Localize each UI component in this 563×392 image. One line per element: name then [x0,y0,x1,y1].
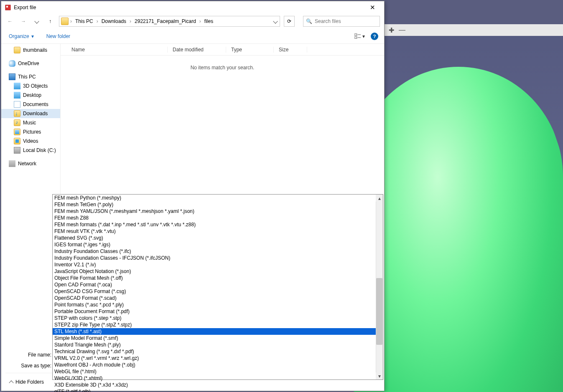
filetype-option[interactable]: Simple Model Format (*.smf) [53,335,383,341]
scroll-down[interactable]: ▾ [376,372,383,379]
filetype-option[interactable]: Object File Format Mesh (*.off) [53,275,383,281]
tree-item-label: OneDrive [18,61,39,66]
filetype-option[interactable]: IGES format (*.iges *.igs) [53,241,383,248]
tree-item-thumbnails[interactable]: thumbnails [1,46,60,55]
nav-tree[interactable]: thumbnailsOneDriveThis PC3D ObjectsDeskt… [1,44,61,347]
back-button[interactable]: ← [5,17,15,26]
filetype-option[interactable]: Wavefront OBJ - Arch module (*.obj) [53,362,383,368]
chevron-up-icon [9,380,13,385]
forward-button[interactable]: → [19,17,28,26]
savetype-label: Save as type: [5,363,54,369]
folder-icon [14,138,20,144]
tree-item-this-pc[interactable]: This PC [1,72,60,81]
filetype-option[interactable]: STL Mesh (*.stl *.ast) [53,328,383,335]
svg-rect-2 [354,34,357,35]
svg-rect-3 [354,37,357,38]
tree-item-videos[interactable]: Videos [1,137,60,146]
filetype-option[interactable]: X3D Extensible 3D (*.x3d *.x3dz) [53,382,383,388]
disk-icon [14,147,20,154]
tree-item-music[interactable]: Music [1,118,60,127]
filetype-option[interactable]: OpenSCAD CSG Format (*.csg) [53,288,383,295]
view-icon [354,33,361,39]
filetype-option[interactable]: WebGL/X3D (*.xhtml) [53,375,383,382]
tree-item-desktop[interactable]: Desktop [1,91,60,100]
chevron-down-icon: ▾ [31,33,34,39]
col-type[interactable]: Type [226,47,274,53]
search-input[interactable]: 🔍 Search files [303,16,380,27]
tree-item-downloads[interactable]: Downloads [1,109,60,118]
tree-item-label: Local Disk (C:) [23,147,56,153]
obj3d-icon [14,83,20,89]
filetype-option[interactable]: FEM mesh Python (*.meshpy) [53,195,383,201]
filetype-option[interactable]: FEM result VTK (*.vtk *.vtu) [53,228,383,235]
organize-menu[interactable]: Organize ▾ [9,33,34,39]
filetype-option[interactable]: glTF (*.gltf *.glb) [53,388,383,392]
dialog-title: Export file [14,5,364,10]
filetype-option[interactable]: STEP with colors (*.step *.stp) [53,315,383,321]
crumb[interactable]: files [203,18,215,24]
folder-icon [14,110,20,117]
scrollbar[interactable]: ▴ ▾ [376,195,383,379]
crumb[interactable]: This PC [74,18,95,24]
scroll-up[interactable]: ▴ [376,195,383,202]
tree-item-3d-objects[interactable]: 3D Objects [1,81,60,91]
filetype-option[interactable]: Industry Foundation Classes - IFCJSON (*… [53,255,383,261]
scroll-thumb[interactable] [376,278,382,345]
recent-dropdown[interactable] [32,17,41,26]
filetype-option[interactable]: STEPZ zip File Type (*.stpZ *.stpz) [53,321,383,328]
filetype-option[interactable]: Inventor V2.1 (*.iv) [53,261,383,268]
docs-icon [14,101,20,108]
tree-item-documents[interactable]: Documents [1,100,60,109]
filetype-option[interactable]: Stanford Triangle Mesh (*.ply) [53,341,383,348]
close-button[interactable]: ✕ [364,1,381,14]
tree-item-label: Documents [23,101,48,107]
filetype-option[interactable]: WebGL file (*.html) [53,368,383,375]
empty-message: No items match your search. [61,56,384,71]
search-icon: 🔍 [306,18,312,24]
filetype-option[interactable]: FEM mesh Z88 [53,215,383,221]
new-folder-button[interactable]: New folder [46,33,70,39]
col-date[interactable]: Date modified [168,47,226,53]
tree-item-label: Desktop [23,92,41,98]
filetype-option[interactable]: Technical Drawing (*.svg *.dxf *.pdf) [53,348,383,355]
filetype-option[interactable]: FEM mesh TetGen (*.poly) [53,201,383,208]
app-icon [5,4,11,11]
plus-icon[interactable]: ✚ [387,26,395,34]
filetype-option[interactable]: Industry Foundation Classes (*.ifc) [53,248,383,255]
filetype-option[interactable]: Point formats (*.asc *.pcd *.ply) [53,301,383,308]
crumb[interactable]: Downloads [100,18,128,24]
column-headers[interactable]: Name Date modified Type Size [61,44,384,56]
tree-item-pictures[interactable]: Pictures [1,127,60,137]
tree-item-label: Pictures [23,129,41,135]
help-button[interactable]: ? [371,33,378,40]
chevron-down-icon: ▾ [362,33,365,39]
crumb[interactable]: 2922171_Facepalm_Picard [133,18,198,24]
tree-item-label: thumbnails [23,47,47,53]
filetype-option[interactable]: Flattened SVG (*.svg) [53,235,383,241]
tree-item-network[interactable]: Network [1,159,60,168]
minus-icon[interactable]: — [398,26,406,34]
up-button[interactable]: ↑ [46,17,55,26]
filetype-option[interactable]: Open CAD Format (*.oca) [53,281,383,288]
filetype-dropdown[interactable]: FEM mesh Python (*.meshpy)FEM mesh TetGe… [52,194,383,380]
toolbar: Organize ▾ New folder ▾ ? [1,29,384,44]
svg-rect-1 [6,6,8,8]
pc-icon [9,73,15,80]
address-bar[interactable]: › This PC› Downloads› 2922171_Facepalm_P… [59,16,280,27]
filetype-option[interactable]: Portable Document Format (*.pdf) [53,308,383,315]
filetype-option[interactable]: FEM mesh YAML/JSON (*.meshyaml *.meshjso… [53,208,383,215]
col-size[interactable]: Size [274,47,307,53]
titlebar: Export file ✕ [1,1,384,14]
filetype-option[interactable]: OpenSCAD Format (*.scad) [53,295,383,301]
view-options[interactable]: ▾ [353,33,367,40]
filetype-option[interactable]: JavaScript Object Notation (*.json) [53,268,383,275]
tree-item-local-disk-c-[interactable]: Local Disk (C:) [1,146,60,155]
filetype-option[interactable]: VRML V2.0 (*.wrl *.vrml *.wrz *.wrl.gz) [53,355,383,362]
tree-item-label: Network [18,161,36,167]
filetype-option[interactable]: FEM mesh formats (*.dat *.inp *.med *.st… [53,221,383,228]
address-dropdown[interactable] [271,18,280,24]
tree-item-onedrive[interactable]: OneDrive [1,59,60,68]
filename-label: File name: [5,352,54,358]
refresh-button[interactable]: ⟳ [284,16,295,27]
search-placeholder: Search files [315,18,341,24]
